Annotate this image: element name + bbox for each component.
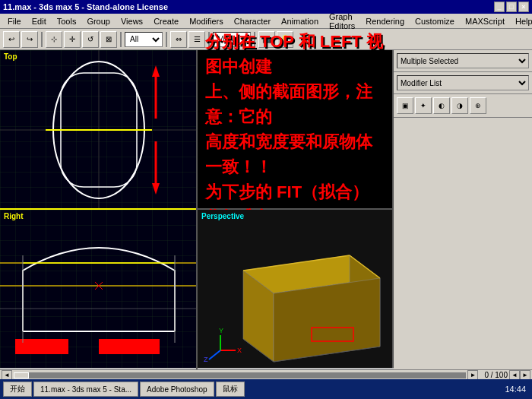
panel-tab-2[interactable]: ◐ [433, 97, 450, 114]
panel-tab-3[interactable]: ◑ [451, 97, 468, 114]
title-controls: _ □ × [494, 2, 529, 12]
separator-3 [166, 32, 167, 47]
right-panel: Multiple Selected Modifier List ▣ ✦ ◐ ◑ … [394, 50, 532, 369]
title-bar: 11.max - 3ds max 5 - Stand-alone License… [0, 0, 532, 14]
scroll-track[interactable] [14, 372, 466, 378]
mirror-button[interactable]: ⇔ [170, 31, 187, 48]
separator-2 [120, 32, 122, 47]
start-button[interactable]: 开始 [3, 382, 32, 397]
panel-content-area [394, 118, 532, 369]
redo-button[interactable]: ↪ [21, 31, 38, 48]
scale-button[interactable]: ⊠ [100, 31, 117, 48]
panel-selected-dropdown: Multiple Selected [394, 50, 532, 72]
scroll-bar: ◄ ► 0 / 100 ◄ ► [0, 369, 532, 380]
modifier-dropdown[interactable]: Modifier List [397, 75, 529, 90]
top-viewport-svg [0, 50, 196, 208]
separator-1 [41, 32, 43, 47]
svg-text:Z: Z [204, 356, 208, 363]
chinese-instruction: 分别在 TOP 和 LEFT 视图中创建上、侧的截面图形，注意：它的高度和宽度要… [198, 21, 392, 237]
panel-tab-buttons: ▣ ✦ ◐ ◑ ⊕ [394, 94, 532, 118]
svg-text:Y: Y [219, 327, 223, 334]
svg-rect-17 [99, 339, 160, 354]
menu-group[interactable]: Group [82, 15, 115, 27]
undo-button[interactable]: ↩ [3, 31, 20, 48]
menu-tools[interactable]: Tools [52, 15, 81, 27]
top-viewport-label: Top [4, 52, 17, 61]
top-viewport[interactable]: Top [0, 50, 196, 210]
menu-customize[interactable]: Customize [410, 15, 459, 27]
taskbar-app-0[interactable]: 11.max - 3ds max 5 - Sta... [33, 382, 138, 397]
perspective-viewport-label: Perspective [201, 212, 244, 220]
viewport-row: Top [0, 50, 532, 369]
move-button[interactable]: ✛ [64, 31, 81, 48]
instruction-text-area: 分别在 TOP 和 LEFT 视图中创建上、侧的截面图形，注意：它的高度和宽度要… [198, 50, 394, 210]
selection-filter[interactable]: All [125, 32, 163, 47]
main-container: Top [0, 50, 532, 399]
center-column: 分别在 TOP 和 LEFT 视图中创建上、侧的截面图形，注意：它的高度和宽度要… [198, 50, 394, 369]
left-column: Top [0, 50, 198, 369]
taskbar-app-2[interactable]: 鼠标 [216, 382, 245, 397]
panel-tab-1[interactable]: ✦ [415, 97, 432, 114]
right-viewport-label: Right [4, 212, 24, 220]
select-button[interactable]: ⊹ [46, 31, 62, 48]
menu-help[interactable]: Help [511, 15, 532, 27]
close-button[interactable]: × [518, 2, 529, 12]
panel-tab-0[interactable]: ▣ [397, 97, 413, 114]
right-viewport[interactable]: Right [0, 210, 196, 368]
menu-maxscript[interactable]: MAXScript [461, 15, 509, 27]
svg-text:X: X [237, 347, 242, 354]
taskbar: 开始 11.max - 3ds max 5 - Sta... Adobe Pho… [0, 379, 532, 399]
scroll-thumb[interactable] [14, 372, 29, 378]
menu-edit[interactable]: Edit [27, 15, 51, 27]
menu-file[interactable]: File [3, 15, 26, 27]
title-text: 11.max - 3ds max 5 - Stand-alone License [3, 2, 168, 11]
perspective-viewport[interactable]: Perspective [198, 210, 394, 368]
modifier-dropdown-area: Modifier List [394, 72, 532, 94]
right-viewport-svg [0, 210, 196, 368]
minimize-button[interactable]: _ [494, 2, 505, 12]
progress-text: 0 / 100 [484, 371, 508, 379]
rotate-button[interactable]: ↺ [82, 31, 99, 48]
menu-views[interactable]: Views [116, 15, 147, 27]
maximize-button[interactable]: □ [506, 2, 517, 12]
perspective-viewport-svg: X Y Z [198, 210, 392, 368]
menu-create[interactable]: Create [149, 15, 183, 27]
taskbar-app-1[interactable]: Adobe Photoshop [140, 382, 214, 397]
panel-tab-4[interactable]: ⊕ [470, 97, 486, 114]
selected-dropdown[interactable]: Multiple Selected [397, 53, 529, 68]
system-clock: 14:44 [505, 385, 529, 394]
